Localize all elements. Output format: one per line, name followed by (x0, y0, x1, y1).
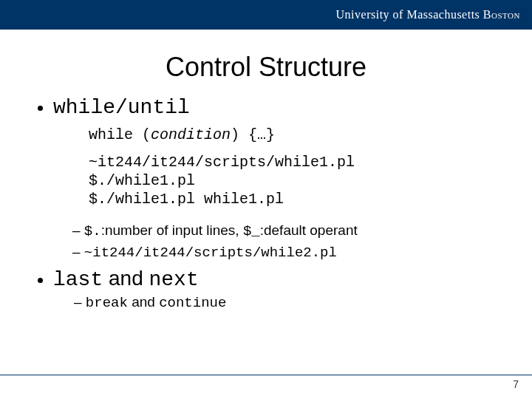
code-line-2: $./while1.pl (89, 172, 499, 189)
note1-seg2: $_ (243, 223, 260, 239)
header-bar: University of Massachusetts Boston (0, 0, 532, 30)
slide-title: Control Structure (0, 52, 532, 83)
sub-seg2: and (128, 294, 159, 310)
subnote-item: break and continue (74, 294, 499, 311)
syntax-line: while (condition) {…} (89, 126, 499, 143)
bullet2-seg2: and (103, 267, 149, 290)
note-item-1: $.:number of input lines, $_:default ope… (72, 222, 499, 239)
syntax-suffix: ) {…} (231, 126, 275, 143)
bullet-last-next: last and next break and continue (53, 267, 499, 311)
footer-divider (0, 375, 532, 375)
code-example-block: ~it244/it244/scripts/while1.pl $./while1… (89, 154, 499, 208)
header-campus-text: Boston (483, 8, 520, 21)
code-line-1: ~it244/it244/scripts/while1.pl (89, 154, 499, 171)
bullet-while-until-label: while/until (53, 96, 190, 119)
note1-seg3: :default operant (260, 222, 358, 238)
note1-seg1: :number of input lines, (101, 222, 243, 238)
sub-seg3: continue (159, 295, 226, 311)
bullet-while-until: while/until while (condition) {…} ~it244… (53, 96, 499, 261)
syntax-prefix: while ( (89, 126, 151, 143)
note-item-2: ~it244/it244/scripts/while2.pl (72, 244, 499, 261)
syntax-condition: condition (151, 126, 231, 143)
page-number: 7 (513, 378, 519, 390)
header-institution: University of Massachusetts Boston (336, 8, 520, 21)
syntax-block: while (condition) {…} ~it244/it244/scrip… (89, 126, 499, 208)
note2-seg0: ~it244/it244/scripts/while2.pl (84, 245, 337, 261)
sub-seg1: break (86, 295, 128, 311)
note1-seg0: $. (84, 223, 101, 239)
header-university-text: University of Massachusetts (336, 8, 480, 21)
slide: University of Massachusetts Boston Contr… (0, 0, 532, 399)
bullet2-seg1: last (53, 268, 103, 291)
code-line-3: $./while1.pl while1.pl (89, 191, 499, 208)
bullet-list: while/until while (condition) {…} ~it244… (41, 96, 499, 311)
bullet2-seg3: next (149, 268, 199, 291)
slide-content: while/until while (condition) {…} ~it244… (34, 96, 499, 317)
notes-list: $.:number of input lines, $_:default ope… (53, 222, 499, 261)
subnotes-list: break and continue (53, 294, 499, 311)
